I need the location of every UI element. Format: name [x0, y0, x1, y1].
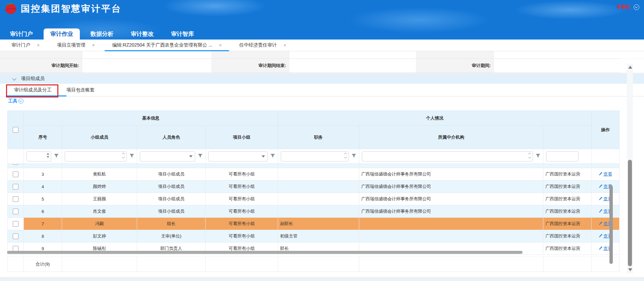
filter-group-field[interactable] [209, 152, 267, 161]
page-scrollbar[interactable] [627, 64, 633, 273]
cell-duty [278, 193, 359, 205]
filter-funnel-icon[interactable] [54, 154, 59, 159]
nav-item-4[interactable]: 审计整改 [124, 28, 160, 40]
cell-duty-text: 副部长 [280, 221, 293, 226]
filter-member-input[interactable] [65, 151, 127, 161]
cell-role-text: 主审(单位) [161, 233, 181, 238]
app-root: 国控集团智慧审计平台 李春红 审计门户审计作业数据分析审计整改审计智库 审计门户… [0, 0, 644, 281]
dual-caret-icon[interactable] [344, 153, 346, 158]
filter-funnel-icon[interactable] [129, 154, 134, 159]
nav-item-1[interactable]: 审计门户 [3, 28, 40, 40]
edit-pen-icon [599, 197, 602, 202]
view-link[interactable]: 查看 [599, 171, 612, 177]
scroll-up-icon[interactable] [628, 66, 632, 69]
dual-caret-icon[interactable] [122, 153, 124, 158]
column-group-personal-info: 个人情况 [278, 111, 592, 126]
nav-item-3[interactable]: 数据分析 [84, 28, 120, 40]
tools-menu-button[interactable]: 工具 [8, 98, 23, 104]
filter-agency-input[interactable] [362, 151, 533, 161]
row-checkbox[interactable] [13, 221, 18, 227]
filter-org-field[interactable] [546, 152, 578, 161]
row-checkbox[interactable] [13, 164, 18, 165]
filter-duty-field[interactable] [281, 152, 348, 161]
caret-down-icon[interactable] [189, 155, 193, 157]
dual-caret-icon[interactable] [529, 153, 531, 158]
row-checkbox-cell [8, 218, 24, 230]
cell-seq: 5 [24, 193, 62, 205]
cell-action: 查看 [592, 242, 620, 255]
cell-member-text: 彭文婷 [93, 233, 106, 238]
cell-duty [278, 181, 359, 193]
row-checkbox[interactable] [13, 184, 18, 190]
page-tab-2[interactable]: 项目立项管理× [48, 40, 103, 51]
cell-seq: 7 [24, 218, 62, 230]
chevron-down-circle-icon[interactable] [634, 4, 639, 10]
filter-duty-input[interactable] [281, 151, 349, 161]
cell-agency: 广西瑞信盛德会计师事务所有限公司 [359, 205, 543, 218]
table-row: 3黄航航项目小组成员可看所有小组广西瑞信盛德会计师事务所有限公司广西国控资本运营… [8, 168, 620, 181]
filter-funnel-icon[interactable] [352, 154, 356, 159]
cell-seq-text: 3 [42, 172, 44, 177]
row-checkbox[interactable] [13, 209, 18, 214]
filter-funnel-icon[interactable] [198, 154, 203, 159]
cell-agency [359, 230, 543, 242]
cell-org: 广西国控资本运营 [543, 218, 592, 230]
select-all-checkbox[interactable] [13, 127, 18, 133]
cell-org-text: 广西国控资本运营 [545, 171, 580, 177]
row-checkbox[interactable] [13, 171, 18, 177]
row-checkbox[interactable] [13, 233, 18, 239]
filter-funnel-icon[interactable] [270, 154, 275, 159]
page-tab-4[interactable]: 任中经济责任审计× [230, 40, 295, 51]
page-scrollbar-thumb[interactable] [628, 160, 632, 266]
nav-item-5[interactable]: 审计智库 [164, 28, 201, 40]
footer-cell [62, 257, 137, 272]
row-checkbox[interactable] [13, 246, 18, 252]
view-link[interactable]: 查看 [599, 164, 612, 168]
close-icon[interactable]: × [92, 43, 95, 48]
filter-role-field[interactable] [140, 152, 195, 161]
form-input-2[interactable] [289, 59, 416, 73]
filter-funnel-icon[interactable] [536, 154, 540, 159]
subtab-1-active[interactable]: 审计组成员及分工 [7, 84, 59, 96]
caret-down-icon[interactable] [262, 155, 265, 157]
table-row: 6肖文俊项目小组成员可看所有小组广西瑞信盛德会计师事务所有限公司广西国控资本运营… [8, 205, 620, 218]
page-tab-1[interactable]: 审计门户× [3, 40, 48, 51]
row-checkbox[interactable] [13, 196, 18, 202]
form-label-3: 审计期间: [416, 59, 494, 73]
filter-role-input[interactable] [140, 151, 195, 161]
close-icon[interactable]: × [283, 43, 286, 48]
horizontal-scrollbar[interactable] [7, 251, 523, 254]
scroll-down-icon[interactable] [628, 268, 632, 271]
filter-row [8, 149, 620, 164]
form-input-3[interactable] [494, 59, 621, 73]
nav-item-2[interactable]: 审计作业 [44, 28, 80, 40]
cell-role-text: 项目小组成员 [158, 171, 184, 177]
filter-agency-field[interactable] [362, 152, 533, 161]
cell-org-text: 广西国控资本运营 [545, 184, 580, 189]
cell-member-text: 冯颖 [95, 221, 104, 226]
row-checkbox-cell [8, 168, 24, 181]
brand: 国控集团智慧审计平台 [5, 3, 121, 15]
audit-period-form: 审计期间开始:审计期间结束:审计期间: [0, 59, 644, 73]
filter-group-input[interactable] [208, 151, 268, 161]
page-tab-3[interactable]: 编辑:RZ202504 关于广西农垦企业管理有限公 ...× [103, 40, 230, 51]
form-label-clipped [416, 51, 494, 59]
cell-seq: 3 [24, 168, 62, 181]
table-vertical-scrollbar[interactable] [609, 185, 613, 264]
section-project-members[interactable]: 项目组成员 [0, 74, 644, 84]
filter-member-field[interactable] [65, 152, 126, 161]
cell-agency-text: 广西瑞信盛德会计师事务所有限公司 [361, 184, 431, 189]
close-icon[interactable]: × [219, 43, 222, 48]
user-menu[interactable]: 李春红 [617, 4, 639, 10]
filter-org-input[interactable] [546, 151, 579, 161]
filter-seq-input[interactable] [26, 151, 51, 161]
form-input-1[interactable] [82, 59, 211, 73]
page-tab-label: 审计门户 [11, 42, 30, 48]
spinner-arrows-icon[interactable] [47, 153, 49, 158]
close-icon[interactable]: × [37, 43, 40, 48]
cell-role: 项目小组成员 [137, 193, 206, 205]
subtab-2[interactable]: 项目包含账套 [59, 84, 102, 96]
form-label-clipped [0, 51, 82, 59]
section-collapse-chevron-icon[interactable] [12, 76, 16, 80]
cell-org: 广西国控资本运营 [543, 242, 592, 255]
